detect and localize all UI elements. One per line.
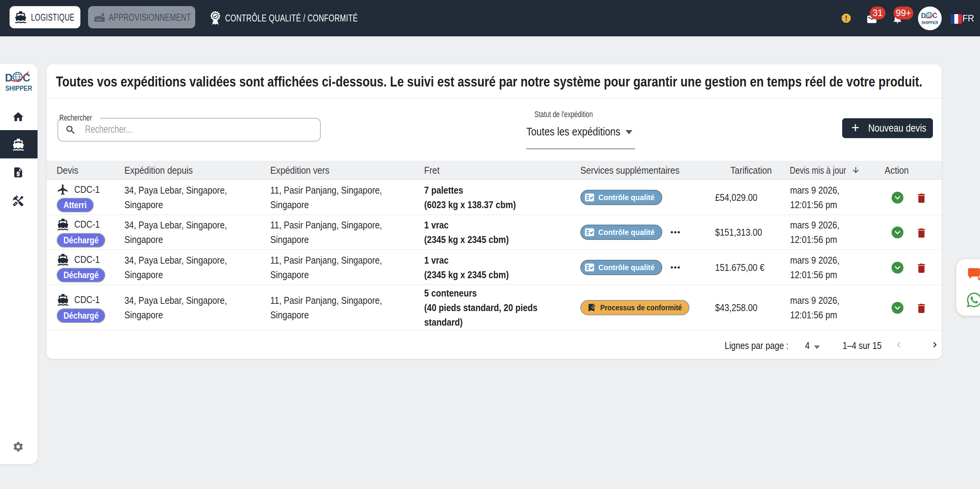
svg-text:SHIPPER: SHIPPER	[5, 84, 32, 92]
svg-text:SHIPPER: SHIPPER	[921, 20, 938, 25]
svg-text:D: D	[5, 72, 13, 84]
svg-text:D: D	[921, 11, 926, 20]
